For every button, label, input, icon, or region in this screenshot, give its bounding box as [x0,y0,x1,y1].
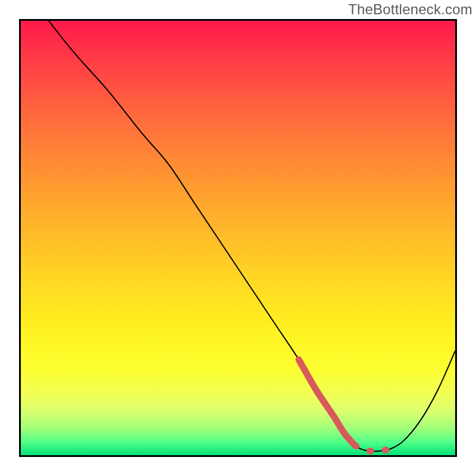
curve-highlight-solid [299,359,355,446]
chart-frame: TheBottleneck.com [0,0,476,476]
watermark-text: TheBottleneck.com [348,1,472,18]
curve-main [21,21,455,452]
curve-layer [21,21,455,455]
plot-area [19,19,457,457]
